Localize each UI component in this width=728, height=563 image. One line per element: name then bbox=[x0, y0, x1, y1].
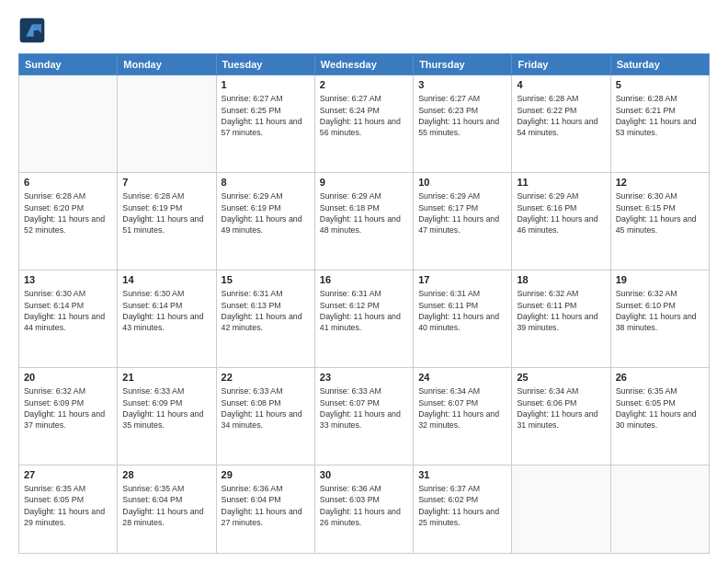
calendar-week-row: 27Sunrise: 6:35 AMSunset: 6:05 PMDayligh… bbox=[19, 465, 710, 553]
day-info: Sunrise: 6:30 AMSunset: 6:15 PMDaylight:… bbox=[616, 190, 704, 236]
logo-icon bbox=[18, 17, 46, 44]
day-info: Sunrise: 6:33 AMSunset: 6:07 PMDaylight:… bbox=[320, 385, 408, 431]
day-number: 6 bbox=[24, 176, 112, 190]
day-number: 28 bbox=[122, 468, 210, 482]
calendar-day-cell: 21Sunrise: 6:33 AMSunset: 6:09 PMDayligh… bbox=[118, 367, 216, 465]
day-number: 1 bbox=[222, 78, 310, 92]
day-number: 21 bbox=[122, 371, 210, 385]
calendar-day-cell: 19Sunrise: 6:32 AMSunset: 6:10 PMDayligh… bbox=[610, 270, 709, 367]
day-number: 5 bbox=[616, 78, 704, 92]
calendar-day-cell: 16Sunrise: 6:31 AMSunset: 6:12 PMDayligh… bbox=[314, 270, 413, 367]
calendar-day-cell: 8Sunrise: 6:29 AMSunset: 6:19 PMDaylight… bbox=[216, 172, 314, 270]
calendar-weekday-header: Monday bbox=[118, 54, 216, 75]
day-info: Sunrise: 6:33 AMSunset: 6:08 PMDaylight:… bbox=[222, 385, 310, 431]
calendar-day-cell: 24Sunrise: 6:34 AMSunset: 6:07 PMDayligh… bbox=[414, 367, 512, 465]
day-number: 16 bbox=[320, 273, 408, 287]
day-number: 31 bbox=[418, 468, 506, 482]
day-number: 29 bbox=[222, 468, 310, 482]
day-info: Sunrise: 6:32 AMSunset: 6:11 PMDaylight:… bbox=[517, 288, 605, 333]
calendar-day-cell bbox=[610, 465, 709, 553]
calendar-day-cell: 6Sunrise: 6:28 AMSunset: 6:20 PMDaylight… bbox=[19, 172, 118, 270]
day-number: 27 bbox=[24, 468, 112, 482]
calendar-weekday-header: Sunday bbox=[19, 54, 118, 75]
day-number: 22 bbox=[222, 371, 310, 385]
day-number: 23 bbox=[320, 371, 408, 385]
calendar-day-cell: 10Sunrise: 6:29 AMSunset: 6:17 PMDayligh… bbox=[414, 172, 512, 270]
day-number: 2 bbox=[320, 78, 408, 92]
day-info: Sunrise: 6:29 AMSunset: 6:19 PMDaylight:… bbox=[222, 190, 310, 236]
day-info: Sunrise: 6:32 AMSunset: 6:09 PMDaylight:… bbox=[24, 385, 112, 431]
day-info: Sunrise: 6:29 AMSunset: 6:17 PMDaylight:… bbox=[418, 190, 506, 236]
calendar-day-cell: 26Sunrise: 6:35 AMSunset: 6:05 PMDayligh… bbox=[610, 367, 709, 465]
day-number: 30 bbox=[320, 468, 408, 482]
day-info: Sunrise: 6:29 AMSunset: 6:18 PMDaylight:… bbox=[320, 190, 408, 236]
header bbox=[18, 17, 710, 44]
day-info: Sunrise: 6:34 AMSunset: 6:07 PMDaylight:… bbox=[418, 385, 506, 431]
day-info: Sunrise: 6:32 AMSunset: 6:10 PMDaylight:… bbox=[616, 288, 704, 333]
day-info: Sunrise: 6:35 AMSunset: 6:05 PMDaylight:… bbox=[616, 385, 704, 431]
calendar-header-row: SundayMondayTuesdayWednesdayThursdayFrid… bbox=[19, 54, 710, 75]
calendar-day-cell: 22Sunrise: 6:33 AMSunset: 6:08 PMDayligh… bbox=[216, 367, 314, 465]
calendar-day-cell: 31Sunrise: 6:37 AMSunset: 6:02 PMDayligh… bbox=[414, 465, 512, 553]
day-number: 15 bbox=[222, 273, 310, 287]
day-info: Sunrise: 6:33 AMSunset: 6:09 PMDaylight:… bbox=[122, 385, 210, 431]
day-number: 8 bbox=[222, 176, 310, 190]
calendar-day-cell: 18Sunrise: 6:32 AMSunset: 6:11 PMDayligh… bbox=[512, 270, 610, 367]
calendar-weekday-header: Tuesday bbox=[216, 54, 314, 75]
day-info: Sunrise: 6:31 AMSunset: 6:11 PMDaylight:… bbox=[418, 288, 506, 333]
calendar-day-cell: 9Sunrise: 6:29 AMSunset: 6:18 PMDaylight… bbox=[314, 172, 413, 270]
day-info: Sunrise: 6:28 AMSunset: 6:21 PMDaylight:… bbox=[616, 93, 704, 138]
calendar-weekday-header: Saturday bbox=[610, 54, 709, 75]
day-number: 25 bbox=[517, 371, 605, 385]
calendar-day-cell bbox=[118, 75, 216, 173]
day-info: Sunrise: 6:35 AMSunset: 6:04 PMDaylight:… bbox=[122, 483, 210, 528]
day-info: Sunrise: 6:27 AMSunset: 6:24 PMDaylight:… bbox=[320, 93, 408, 138]
day-info: Sunrise: 6:30 AMSunset: 6:14 PMDaylight:… bbox=[122, 288, 210, 333]
calendar-day-cell: 2Sunrise: 6:27 AMSunset: 6:24 PMDaylight… bbox=[314, 75, 413, 173]
calendar-day-cell: 13Sunrise: 6:30 AMSunset: 6:14 PMDayligh… bbox=[19, 270, 118, 367]
calendar-weekday-header: Thursday bbox=[414, 54, 512, 75]
day-info: Sunrise: 6:34 AMSunset: 6:06 PMDaylight:… bbox=[517, 385, 605, 431]
day-info: Sunrise: 6:28 AMSunset: 6:20 PMDaylight:… bbox=[24, 190, 112, 236]
day-number: 17 bbox=[418, 273, 506, 287]
day-info: Sunrise: 6:29 AMSunset: 6:16 PMDaylight:… bbox=[517, 190, 605, 236]
calendar-day-cell: 30Sunrise: 6:36 AMSunset: 6:03 PMDayligh… bbox=[314, 465, 413, 553]
calendar-week-row: 1Sunrise: 6:27 AMSunset: 6:25 PMDaylight… bbox=[19, 75, 710, 173]
calendar-weekday-header: Friday bbox=[512, 54, 610, 75]
day-number: 7 bbox=[122, 176, 210, 190]
day-number: 3 bbox=[418, 78, 506, 92]
day-number: 13 bbox=[24, 273, 112, 287]
calendar-day-cell: 17Sunrise: 6:31 AMSunset: 6:11 PMDayligh… bbox=[414, 270, 512, 367]
calendar-day-cell: 27Sunrise: 6:35 AMSunset: 6:05 PMDayligh… bbox=[19, 465, 118, 553]
day-number: 20 bbox=[24, 371, 112, 385]
calendar-week-row: 20Sunrise: 6:32 AMSunset: 6:09 PMDayligh… bbox=[19, 367, 710, 465]
calendar-week-row: 13Sunrise: 6:30 AMSunset: 6:14 PMDayligh… bbox=[19, 270, 710, 367]
day-number: 12 bbox=[616, 176, 704, 190]
calendar-table: SundayMondayTuesdayWednesdayThursdayFrid… bbox=[18, 53, 710, 554]
calendar-day-cell: 20Sunrise: 6:32 AMSunset: 6:09 PMDayligh… bbox=[19, 367, 118, 465]
calendar-day-cell: 28Sunrise: 6:35 AMSunset: 6:04 PMDayligh… bbox=[118, 465, 216, 553]
day-info: Sunrise: 6:36 AMSunset: 6:04 PMDaylight:… bbox=[222, 483, 310, 528]
page: SundayMondayTuesdayWednesdayThursdayFrid… bbox=[0, 0, 728, 563]
day-number: 11 bbox=[517, 176, 605, 190]
calendar-weekday-header: Wednesday bbox=[314, 54, 413, 75]
day-number: 18 bbox=[517, 273, 605, 287]
day-info: Sunrise: 6:28 AMSunset: 6:19 PMDaylight:… bbox=[122, 190, 210, 236]
calendar-day-cell: 5Sunrise: 6:28 AMSunset: 6:21 PMDaylight… bbox=[610, 75, 709, 173]
calendar-day-cell: 7Sunrise: 6:28 AMSunset: 6:19 PMDaylight… bbox=[118, 172, 216, 270]
day-number: 14 bbox=[122, 273, 210, 287]
calendar-day-cell: 15Sunrise: 6:31 AMSunset: 6:13 PMDayligh… bbox=[216, 270, 314, 367]
day-info: Sunrise: 6:28 AMSunset: 6:22 PMDaylight:… bbox=[517, 93, 605, 138]
calendar-day-cell bbox=[19, 75, 118, 173]
day-number: 26 bbox=[616, 371, 704, 385]
calendar-day-cell: 3Sunrise: 6:27 AMSunset: 6:23 PMDaylight… bbox=[414, 75, 512, 173]
day-number: 9 bbox=[320, 176, 408, 190]
calendar-day-cell: 25Sunrise: 6:34 AMSunset: 6:06 PMDayligh… bbox=[512, 367, 610, 465]
calendar-day-cell: 4Sunrise: 6:28 AMSunset: 6:22 PMDaylight… bbox=[512, 75, 610, 173]
calendar-day-cell: 11Sunrise: 6:29 AMSunset: 6:16 PMDayligh… bbox=[512, 172, 610, 270]
day-info: Sunrise: 6:27 AMSunset: 6:23 PMDaylight:… bbox=[418, 93, 506, 138]
day-number: 4 bbox=[517, 78, 605, 92]
day-info: Sunrise: 6:31 AMSunset: 6:13 PMDaylight:… bbox=[222, 288, 310, 333]
day-info: Sunrise: 6:31 AMSunset: 6:12 PMDaylight:… bbox=[320, 288, 408, 333]
calendar-week-row: 6Sunrise: 6:28 AMSunset: 6:20 PMDaylight… bbox=[19, 172, 710, 270]
